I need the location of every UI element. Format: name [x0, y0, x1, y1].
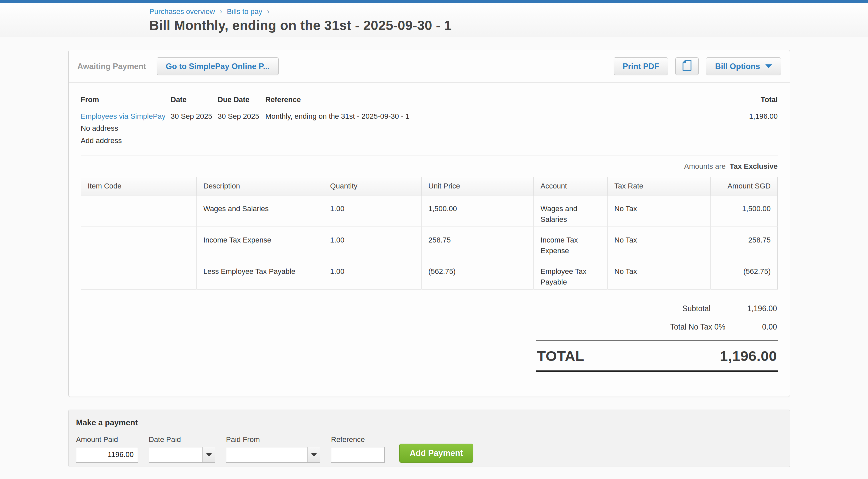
col-tax-rate: Tax Rate	[608, 177, 711, 195]
date-paid-value	[149, 447, 202, 462]
bill-options-button[interactable]: Bill Options	[706, 57, 781, 75]
page-title: Bill Monthly, ending on the 31st - 2025-…	[149, 18, 868, 33]
payment-reference-input[interactable]	[331, 447, 385, 463]
cell-amount: (562.75)	[711, 258, 778, 289]
due-date-label: Due Date	[218, 95, 265, 105]
grand-total-label: TOTAL	[537, 348, 584, 364]
breadcrumb-purchases-overview[interactable]: Purchases overview	[149, 7, 215, 16]
breadcrumb-separator: ›	[220, 7, 222, 16]
reference-value: Monthly, ending on the 31st - 2025-09-30…	[265, 112, 711, 121]
tax-exclusive-text: Tax Exclusive	[730, 162, 778, 171]
from-label: From	[81, 95, 170, 105]
cell-account: Income Tax Expense	[534, 227, 608, 258]
cell-account: Employee Tax Payable	[534, 258, 608, 289]
cell-unit-price: 1,500.00	[422, 195, 534, 227]
totals-block: Subtotal 1,196.00 Total No Tax 0% 0.00 T…	[536, 300, 778, 372]
chevron-down-icon	[206, 453, 212, 457]
cell-description: Income Tax Expense	[196, 227, 323, 258]
top-accent-bar	[0, 0, 868, 3]
total-column-label: Total	[711, 95, 778, 105]
cell-amount: 258.75	[711, 227, 778, 258]
payment-reference-label: Reference	[331, 435, 385, 444]
payment-form: Amount Paid Date Paid Paid From Referenc…	[76, 435, 780, 463]
paid-from-label: Paid From	[226, 435, 320, 444]
meta-divider	[81, 155, 778, 155]
no-tax-label: Total No Tax 0%	[670, 323, 725, 332]
col-amount-sgd: Amount SGD	[711, 177, 778, 195]
status-badge: Awaiting Payment	[78, 62, 146, 71]
contact-link[interactable]: Employees via SimplePay	[81, 112, 165, 121]
paid-from-value	[226, 447, 307, 462]
cell-tax-rate: No Tax	[608, 227, 711, 258]
table-row: Less Employee Tax Payable 1.00 (562.75) …	[81, 258, 778, 289]
document-icon	[682, 59, 692, 73]
table-row: Income Tax Expense 1.00 258.75 Income Ta…	[81, 227, 778, 258]
breadcrumb-separator: ›	[267, 7, 269, 16]
cell-item-code	[81, 258, 197, 289]
col-quantity: Quantity	[323, 177, 422, 195]
cell-description: Less Employee Tax Payable	[196, 258, 323, 289]
col-description: Description	[196, 177, 323, 195]
amount-paid-input[interactable]	[76, 447, 138, 463]
date-value: 30 Sep 2025	[170, 112, 218, 121]
breadcrumb: Purchases overview › Bills to pay ›	[149, 7, 868, 16]
table-row: Wages and Salaries 1.00 1,500.00 Wages a…	[81, 195, 778, 227]
main-content: Awaiting Payment Go to SimplePay Online …	[68, 50, 790, 479]
subtotal-value: 1,196.00	[747, 304, 777, 313]
bill-card: Awaiting Payment Go to SimplePay Online …	[68, 50, 790, 397]
tax-mode-note: Amounts are Tax Exclusive	[81, 162, 778, 171]
line-items-table: Item Code Description Quantity Unit Pric…	[81, 177, 778, 290]
cell-quantity: 1.00	[323, 227, 422, 258]
amount-paid-label: Amount Paid	[76, 435, 138, 444]
cell-quantity: 1.00	[323, 258, 422, 289]
cell-item-code	[81, 195, 197, 227]
due-date-value: 30 Sep 2025	[218, 112, 265, 121]
add-address-link[interactable]: Add address	[81, 136, 122, 146]
col-account: Account	[534, 177, 608, 195]
no-address-text: No address	[81, 123, 170, 133]
amounts-are-text: Amounts are	[684, 162, 726, 171]
table-header-row: Item Code Description Quantity Unit Pric…	[81, 177, 778, 195]
date-label: Date	[170, 95, 218, 105]
bill-toolbar: Awaiting Payment Go to SimplePay Online …	[69, 50, 790, 83]
grand-total-value: 1,196.00	[720, 348, 777, 364]
cell-description: Wages and Salaries	[196, 195, 323, 227]
date-paid-label: Date Paid	[149, 435, 215, 444]
date-paid-select[interactable]	[149, 447, 215, 463]
go-to-simplepay-button[interactable]: Go to SimplePay Online P...	[157, 57, 279, 75]
total-column-value: 1,196.00	[711, 112, 778, 121]
reference-label: Reference	[265, 95, 711, 105]
breadcrumb-bills-to-pay[interactable]: Bills to pay	[227, 7, 262, 16]
make-payment-heading: Make a payment	[76, 418, 780, 427]
subtotal-label: Subtotal	[682, 304, 710, 313]
copy-document-button[interactable]	[675, 57, 699, 75]
cell-tax-rate: No Tax	[608, 195, 711, 227]
col-unit-price: Unit Price	[422, 177, 534, 195]
paid-from-select[interactable]	[226, 447, 320, 463]
cell-tax-rate: No Tax	[608, 258, 711, 289]
print-pdf-button[interactable]: Print PDF	[614, 57, 668, 75]
add-payment-button[interactable]: Add Payment	[399, 444, 473, 463]
cell-quantity: 1.00	[323, 195, 422, 227]
chevron-down-icon	[765, 64, 772, 68]
totals-double-rule	[536, 370, 778, 372]
bill-body: From Employees via SimplePay No address …	[69, 83, 790, 397]
page-header: Purchases overview › Bills to pay › Bill…	[0, 3, 868, 37]
col-item-code: Item Code	[81, 177, 197, 195]
make-payment-panel: Make a payment Amount Paid Date Paid Pai…	[68, 410, 790, 467]
cell-unit-price: 258.75	[422, 227, 534, 258]
cell-account: Wages and Salaries	[534, 195, 608, 227]
cell-unit-price: (562.75)	[422, 258, 534, 289]
chevron-down-icon	[311, 453, 317, 457]
no-tax-value: 0.00	[762, 323, 777, 332]
cell-amount: 1,500.00	[711, 195, 778, 227]
cell-item-code	[81, 227, 197, 258]
bill-options-label: Bill Options	[715, 62, 760, 71]
bill-meta: From Employees via SimplePay No address …	[81, 95, 778, 146]
